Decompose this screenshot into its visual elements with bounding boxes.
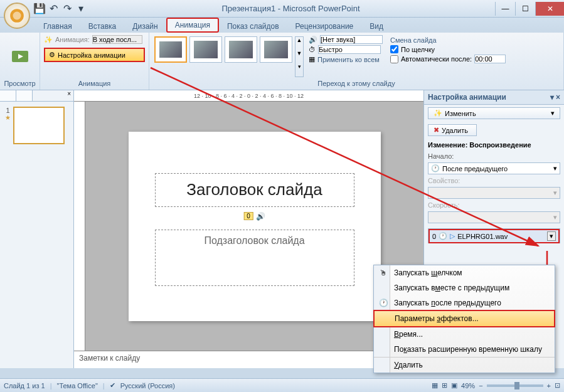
pane-title: Настройка анимации — [428, 93, 506, 102]
menu-timing[interactable]: Время... — [374, 327, 555, 342]
status-slide: Слайд 1 из 1 — [4, 382, 45, 389]
status-theme: "Тема Office" — [57, 382, 98, 389]
slides-tab[interactable] — [0, 90, 16, 101]
zoom-out-icon[interactable]: − — [479, 382, 482, 389]
property-dropdown: ▾ — [428, 187, 560, 199]
gallery-down[interactable]: ▼ — [295, 50, 303, 63]
pane-close-icon[interactable]: × — [556, 93, 560, 102]
start-dropdown[interactable]: 🕐После предыдущего▾ — [428, 162, 560, 174]
notes-pane[interactable]: Заметки к слайду — [74, 351, 423, 368]
slide-thumb-1[interactable]: 1 ★ — [5, 107, 68, 144]
preview-button[interactable] — [11, 35, 29, 78]
transition-group-label: Переход к этому слайду — [153, 78, 560, 87]
tab-home[interactable]: Главная — [35, 19, 80, 33]
gallery-more[interactable]: ▾ — [295, 63, 303, 77]
view-normal-icon[interactable]: ▦ — [432, 381, 438, 389]
clock-icon: 🕐 — [431, 164, 440, 172]
transition-3[interactable] — [260, 36, 292, 63]
title-placeholder[interactable]: Заголовок слайда — [155, 173, 354, 207]
menu-effect-params[interactable]: Параметры эффектов... — [373, 310, 555, 327]
menu-start-after-prev[interactable]: 🕐Запускать после предыдущего — [374, 295, 555, 310]
animation-star-icon: ★ — [5, 114, 11, 121]
anim-badge: 0 — [243, 212, 253, 220]
menu-timeline[interactable]: Показать расширенную временную шкалу — [374, 342, 555, 357]
tab-design[interactable]: Дизайн — [124, 19, 166, 33]
view-sorter-icon[interactable]: ⊞ — [442, 381, 447, 389]
maximize-button[interactable]: ☐ — [515, 2, 535, 16]
sound-dropdown[interactable] — [320, 35, 383, 44]
tab-view[interactable]: Вид — [361, 19, 391, 33]
change-slide-label: Смена слайда — [390, 36, 506, 44]
apply-icon: ▦ — [309, 55, 315, 63]
property-label: Свойство: — [424, 176, 564, 186]
vertical-ruler — [74, 102, 85, 351]
on-click-label: По щелчку — [401, 46, 435, 53]
apply-all-button[interactable]: Применить ко всем — [317, 56, 380, 63]
tab-insert[interactable]: Вставка — [80, 19, 125, 33]
pane-speed-dropdown: ▾ — [428, 211, 560, 223]
minimize-button[interactable]: — — [495, 2, 515, 16]
preview-label: Просмотр — [4, 78, 35, 87]
zoom-slider[interactable] — [487, 384, 543, 387]
mouse-icon: 🖱 — [378, 268, 389, 277]
zoom-value[interactable]: 49% — [461, 382, 475, 389]
item-dropdown-button[interactable]: ▾ — [547, 231, 556, 241]
auto-after-checkbox[interactable] — [390, 55, 398, 63]
tab-slideshow[interactable]: Показ слайдов — [219, 19, 287, 33]
pane-dropdown-icon[interactable]: ▾ — [550, 93, 554, 102]
clock-icon-2: 🕐 — [439, 232, 447, 240]
delete-icon: ✖ — [434, 126, 439, 134]
remove-effect-button[interactable]: ✖Удалить — [428, 124, 477, 136]
animation-list-item[interactable]: 0 🕐 ▷ ELPHRG01.wav ▾ — [428, 229, 560, 243]
speed-label: Скорость: — [424, 200, 564, 210]
change-effect-button[interactable]: ✨Изменить▾ — [428, 107, 560, 119]
subtitle-placeholder[interactable]: Подзаголовок слайда — [155, 230, 354, 286]
speed-icon: ⏱ — [309, 46, 316, 53]
transition-1[interactable] — [189, 36, 222, 63]
star-icon: ✨ — [434, 109, 442, 117]
sound-icon: 🔊 — [309, 36, 317, 44]
gallery-up[interactable]: ▲ — [295, 37, 303, 50]
save-icon[interactable]: 💾 — [34, 3, 45, 14]
clock-icon-3: 🕐 — [378, 299, 389, 307]
speaker-icon[interactable]: 🔊 — [256, 212, 265, 221]
undo-icon[interactable]: ↶ — [48, 3, 59, 14]
window-title: Презентация1 - Microsoft PowerPoint — [87, 4, 495, 13]
start-label: Начало: — [424, 151, 564, 161]
auto-after-label: Автоматически после: — [401, 55, 472, 63]
transition-2[interactable] — [225, 36, 257, 63]
auto-time-input[interactable] — [474, 55, 506, 63]
custom-anim-label: Настройка анимации — [58, 51, 125, 59]
anim-dropdown[interactable] — [92, 35, 142, 44]
office-button[interactable] — [4, 3, 30, 29]
spellcheck-icon[interactable]: ✔ — [110, 381, 115, 389]
fit-window-icon[interactable]: ⊡ — [555, 381, 560, 389]
status-lang[interactable]: Русский (Россия) — [120, 382, 175, 389]
custom-animation-button[interactable]: ⚙ Настройка анимации — [44, 48, 145, 62]
gear-icon: ⚙ — [49, 51, 55, 59]
horizontal-ruler: 12 · 10 · 8 · 6 · 4 · 2 · 0 · 2 · 4 · 6 … — [74, 90, 423, 102]
play-icon: ▷ — [450, 232, 455, 240]
view-slideshow-icon[interactable]: ▣ — [451, 381, 457, 389]
slide-canvas[interactable]: Заголовок слайда 0 🔊 Подзаголовок слайда — [129, 132, 381, 321]
effect-title: Изменение: Воспроизведение — [424, 139, 564, 151]
on-click-checkbox[interactable] — [390, 45, 398, 53]
tab-review[interactable]: Рецензирование — [287, 19, 362, 33]
menu-delete[interactable]: Удалить — [374, 357, 555, 373]
context-menu: 🖱Запускать щелчком Запускать вместе с пр… — [373, 265, 555, 373]
transition-none[interactable] — [154, 36, 187, 63]
svg-point-1 — [13, 12, 21, 20]
anim-icon: ✨ — [44, 36, 53, 44]
outline-tab[interactable] — [16, 90, 33, 101]
speed-dropdown[interactable] — [318, 45, 381, 54]
thumbs-close[interactable]: × — [65, 90, 73, 101]
qat-more-icon[interactable]: ▾ — [75, 3, 87, 14]
redo-icon[interactable]: ↷ — [61, 3, 73, 14]
menu-start-click[interactable]: 🖱Запускать щелчком — [374, 265, 555, 280]
zoom-in-icon[interactable]: + — [547, 382, 551, 389]
menu-start-with-prev[interactable]: Запускать вместе с предыдущим — [374, 280, 555, 295]
tab-animation[interactable]: Анимация — [166, 18, 219, 33]
close-button[interactable]: ✕ — [535, 2, 564, 16]
anim-field-label: Анимация: — [55, 36, 90, 43]
item-name-label: ELPHRG01.wav — [457, 233, 508, 240]
